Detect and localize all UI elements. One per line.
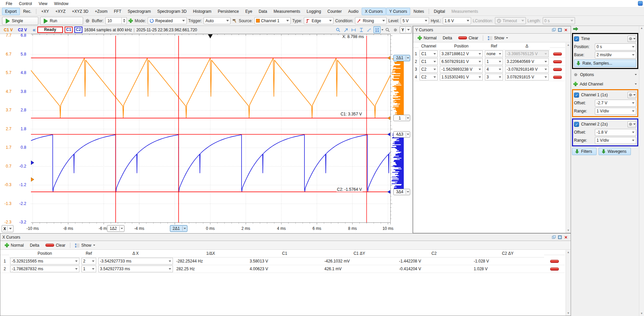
tab-fft[interactable]: FFT xyxy=(111,8,124,15)
scroll-down-icon[interactable]: ▼ xyxy=(640,312,643,315)
tab-xy[interactable]: +XY xyxy=(38,8,52,15)
add-channel-menu[interactable]: Add Channel xyxy=(572,80,638,88)
clear-cursors-button[interactable]: Clear xyxy=(43,242,68,248)
show-menu-button[interactable]: Show xyxy=(73,242,98,248)
channel-layout-button[interactable]: 1 23 4 xyxy=(373,26,381,33)
tab-digital[interactable]: Digital xyxy=(431,8,448,15)
tab-rec[interactable]: Rec. xyxy=(20,8,35,15)
tab-xyz[interactable]: +XYZ xyxy=(52,8,68,15)
scroll-down-icon[interactable]: ▼ xyxy=(567,229,570,232)
menu-file[interactable]: File xyxy=(3,1,15,7)
position-field[interactable]: 3.287188612 V xyxy=(440,50,483,57)
channel-select[interactable]: C1 xyxy=(420,50,438,57)
ref-select[interactable]: none xyxy=(485,50,503,57)
vertical-measure-button[interactable] xyxy=(358,26,365,33)
delta-field[interactable]: 3.078291815 V xyxy=(505,74,549,80)
tab-persistence[interactable]: Persistence xyxy=(215,8,242,15)
dx-field[interactable]: 3.542927733 ms xyxy=(98,266,173,272)
pointer-tool-button[interactable] xyxy=(343,26,350,33)
x-cursor-badge[interactable]: 1Δ2 xyxy=(107,225,124,232)
sidebar-scrollbar[interactable]: ▲ ▼ xyxy=(639,26,644,316)
single-button[interactable]: Single xyxy=(2,17,38,25)
x-cursor-badge[interactable]: 2Δ1 xyxy=(170,225,187,232)
x-axis-menu-button[interactable]: X xyxy=(2,225,13,232)
buffer-gear-icon[interactable] xyxy=(85,18,90,24)
channel-select[interactable]: C2 xyxy=(420,74,438,80)
ref-select[interactable]: 2 xyxy=(81,258,96,265)
tab-histogram[interactable]: Histogram xyxy=(190,8,215,15)
clear-cursors-button[interactable]: Clear xyxy=(456,35,481,41)
channel1-range-select[interactable]: 1 V/div xyxy=(595,108,636,115)
tab-logging[interactable]: Logging xyxy=(303,8,324,15)
position-field[interactable]: -1.5629893238 V xyxy=(440,66,483,73)
ref-select[interactable]: 1 xyxy=(485,58,503,65)
float-panel-icon[interactable] xyxy=(551,27,557,33)
channel1-indicator[interactable]: C1 xyxy=(65,27,73,33)
trigger-select[interactable]: Auto xyxy=(204,17,230,24)
tab-audio[interactable]: Audio xyxy=(345,8,362,15)
close-panel-icon[interactable]: × xyxy=(563,235,569,240)
chevron-down-icon[interactable] xyxy=(381,29,384,31)
maximize-panel-icon[interactable] xyxy=(557,235,563,240)
rate-samples-button[interactable]: Rate, Samples... xyxy=(574,60,636,67)
delete-cursor-button[interactable] xyxy=(550,260,559,263)
y-cursor-badge[interactable]: 2Δ1 xyxy=(393,55,410,61)
tab-export[interactable]: Export xyxy=(2,8,20,15)
delta-field[interactable]: 3.220640569 V xyxy=(505,58,549,65)
x-cursors-scrollbar[interactable]: ▲ ▼ xyxy=(566,250,571,316)
waveform-plot[interactable]: X: 8.798 msC1: 3.357 VC2: -1.5764 V xyxy=(31,34,390,224)
ref-select[interactable]: 3 xyxy=(485,74,503,80)
add-normal-cursor-button[interactable]: Normal xyxy=(415,35,439,41)
zoom-fit-button[interactable] xyxy=(335,26,342,33)
slope-measure-button[interactable] xyxy=(366,26,373,33)
mode-select[interactable]: Repeated xyxy=(148,17,187,24)
tab-y-cursors[interactable]: Y Cursors xyxy=(386,8,410,15)
time-base-select[interactable]: 2 ms/div xyxy=(595,51,636,59)
buffer-stepper[interactable]: 10 xyxy=(105,17,127,24)
options-menu[interactable]: Options xyxy=(572,70,638,79)
delete-cursor-button[interactable] xyxy=(553,60,562,63)
maximize-panel-icon[interactable] xyxy=(557,27,563,33)
plot-settings-button[interactable] xyxy=(392,26,399,33)
scroll-up-icon[interactable]: ▲ xyxy=(567,43,570,47)
delete-cursor-button[interactable] xyxy=(553,52,562,56)
wavegens-button[interactable]: Wavegens xyxy=(599,148,631,155)
y-cursors-scrollbar[interactable]: ▲ ▼ xyxy=(566,43,571,233)
time-checkbox[interactable]: ✓ xyxy=(574,36,579,41)
channel2-settings-gear[interactable] xyxy=(628,121,636,128)
collapse-left-icon[interactable]: « xyxy=(33,28,36,32)
delete-cursor-button[interactable] xyxy=(553,68,562,71)
add-delta-cursor-button[interactable]: Delta xyxy=(28,242,42,248)
tab-zoom[interactable]: +Zoom xyxy=(92,8,111,15)
delta-field[interactable]: -3.0782918149 V xyxy=(505,66,549,73)
menu-window[interactable]: Window xyxy=(51,1,72,7)
channel1-settings-gear[interactable] xyxy=(628,92,636,98)
channel-select[interactable]: C2 xyxy=(420,66,438,73)
search-zoom-button[interactable] xyxy=(384,26,391,33)
stepper-arrows-icon[interactable] xyxy=(121,17,127,24)
tab-spectrogram3d[interactable]: Spectrogram 3D xyxy=(154,8,189,15)
tab-data[interactable]: Data xyxy=(256,8,270,15)
position-field[interactable]: -5.329215565 ms xyxy=(10,258,79,265)
hysteresis-select[interactable]: 1.6 V xyxy=(443,17,471,24)
scroll-down-icon[interactable]: ▼ xyxy=(567,312,570,315)
show-menu-button[interactable]: Show xyxy=(486,35,510,41)
add-mode-icon[interactable] xyxy=(129,19,133,23)
position-field[interactable]: -1.786287832 ms xyxy=(10,266,79,272)
close-panel-icon[interactable]: × xyxy=(563,27,569,33)
tab-x-cursors[interactable]: X Cursors xyxy=(362,8,386,15)
y-axis-menu-button[interactable]: Y xyxy=(400,26,412,33)
position-field[interactable]: 1.515302491 V xyxy=(440,74,483,80)
time-position-select[interactable]: 0 s xyxy=(595,43,636,50)
tab-eye[interactable]: Eye xyxy=(242,8,255,15)
scroll-up-icon[interactable]: ▲ xyxy=(567,251,570,254)
tab-notes[interactable]: Notes xyxy=(410,8,427,15)
dx-field[interactable]: -3.542927733 ms xyxy=(98,258,173,265)
condition-select[interactable]: Rising xyxy=(355,17,387,24)
menu-control[interactable]: Control xyxy=(16,1,35,7)
run-button[interactable]: Run xyxy=(40,17,83,25)
time-settings-gear[interactable] xyxy=(628,36,636,42)
delete-cursor-button[interactable] xyxy=(550,268,559,271)
source-select[interactable]: Channel 1 xyxy=(254,17,291,24)
ref-select[interactable]: 4 xyxy=(485,66,503,73)
